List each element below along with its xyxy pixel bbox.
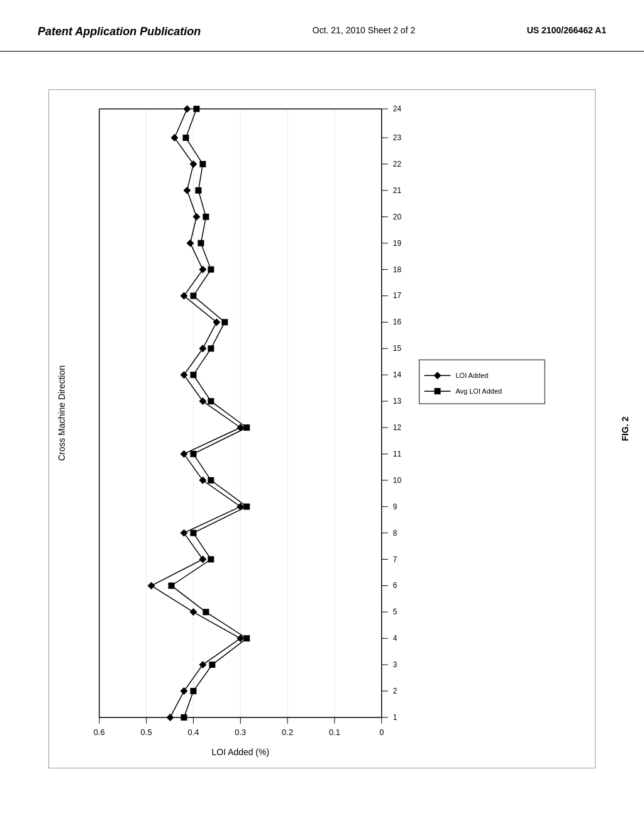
svg-text:3: 3 — [393, 660, 397, 669]
svg-text:2: 2 — [393, 687, 397, 695]
marker-d-11 — [180, 450, 188, 458]
svg-text:0.4: 0.4 — [187, 728, 199, 737]
svg-text:23: 23 — [393, 133, 402, 142]
marker-d-5 — [189, 608, 197, 616]
svg-text:15: 15 — [393, 344, 402, 353]
avg-loi-added-line — [172, 109, 247, 717]
marker-d-24 — [184, 105, 191, 113]
svg-text:0: 0 — [379, 728, 384, 737]
marker-s-4 — [243, 635, 250, 641]
marker-s-23 — [183, 135, 189, 141]
svg-text:1: 1 — [393, 713, 397, 722]
chart-svg: 0.6 0.5 0.4 0.3 0.2 0.1 0 LOI Added (%) — [49, 90, 595, 768]
main-content: 0.6 0.5 0.4 0.3 0.2 0.1 0 LOI Added (%) — [0, 52, 644, 812]
svg-text:0.3: 0.3 — [235, 728, 246, 737]
svg-text:0.5: 0.5 — [141, 728, 152, 737]
page-header: Patent Application Publication Oct. 21, … — [0, 0, 644, 52]
publication-title: Patent Application Publication — [38, 25, 201, 38]
marker-d-7 — [199, 556, 206, 563]
svg-text:5: 5 — [393, 607, 397, 616]
svg-text:12: 12 — [393, 423, 402, 432]
marker-s-24 — [193, 106, 199, 112]
marker-s-1 — [181, 714, 187, 721]
marker-d-2 — [180, 687, 188, 695]
legend-label-1: LOI Added — [456, 372, 489, 379]
marker-d-8 — [180, 529, 188, 537]
marker-s-7 — [208, 556, 214, 563]
svg-text:14: 14 — [393, 370, 402, 379]
svg-text:7: 7 — [393, 555, 397, 564]
svg-text:0.1: 0.1 — [329, 728, 340, 737]
marker-s-15 — [208, 345, 214, 351]
svg-text:0.2: 0.2 — [282, 728, 293, 737]
svg-text:20: 20 — [393, 213, 402, 221]
svg-text:18: 18 — [393, 265, 402, 274]
marker-s-2 — [190, 688, 196, 694]
chart-container: 0.6 0.5 0.4 0.3 0.2 0.1 0 LOI Added (%) — [48, 89, 596, 768]
svg-text:13: 13 — [393, 397, 402, 406]
marker-d-19 — [186, 240, 194, 247]
marker-s-9 — [243, 504, 250, 510]
publication-number: US 2100/266462 A1 — [527, 25, 606, 35]
legend-square — [435, 388, 441, 394]
svg-text:19: 19 — [393, 239, 402, 248]
legend-box — [419, 360, 545, 404]
marker-d-20 — [192, 213, 200, 221]
marker-s-21 — [195, 187, 201, 194]
marker-d-21 — [184, 187, 191, 194]
svg-text:8: 8 — [393, 529, 397, 538]
svg-text:4: 4 — [393, 634, 397, 643]
svg-text:6: 6 — [393, 581, 397, 590]
marker-s-14 — [190, 372, 196, 378]
svg-text:Cross Machine Direction: Cross Machine Direction — [57, 365, 67, 461]
marker-d-13 — [199, 397, 206, 405]
svg-text:0.6: 0.6 — [94, 728, 105, 737]
svg-text:17: 17 — [393, 291, 402, 300]
marker-d-22 — [189, 160, 197, 168]
marker-s-16 — [221, 319, 228, 325]
marker-s-10 — [208, 477, 214, 484]
legend-label-2: Avg LOI Added — [456, 387, 502, 395]
marker-s-6 — [169, 582, 175, 589]
marker-d-14 — [180, 371, 188, 379]
svg-text:9: 9 — [393, 502, 397, 511]
marker-d-10 — [199, 477, 206, 484]
svg-text:24: 24 — [393, 104, 402, 113]
svg-text:11: 11 — [393, 450, 402, 458]
marker-d-18 — [199, 266, 206, 274]
marker-s-19 — [197, 240, 204, 246]
marker-s-18 — [208, 267, 214, 273]
marker-d-6 — [148, 582, 155, 589]
marker-d-3 — [199, 661, 206, 668]
marker-d-23 — [171, 134, 179, 141]
marker-s-20 — [203, 214, 209, 220]
marker-s-22 — [199, 161, 206, 167]
svg-text:22: 22 — [393, 160, 402, 169]
marker-d-1 — [167, 714, 174, 721]
marker-s-12 — [243, 424, 250, 431]
svg-text:LOI Added (%): LOI Added (%) — [212, 747, 270, 757]
svg-text:10: 10 — [393, 476, 402, 485]
marker-d-15 — [199, 345, 206, 352]
svg-text:16: 16 — [393, 318, 402, 326]
marker-s-5 — [203, 609, 209, 615]
svg-text:21: 21 — [393, 186, 402, 195]
marker-s-3 — [209, 661, 215, 668]
marker-s-17 — [190, 292, 196, 299]
marker-s-8 — [190, 530, 196, 536]
publication-date-sheet: Oct. 21, 2010 Sheet 2 of 2 — [313, 25, 415, 35]
marker-s-13 — [208, 398, 214, 404]
marker-s-11 — [190, 451, 196, 457]
figure-label: FIG. 2 — [620, 417, 630, 441]
